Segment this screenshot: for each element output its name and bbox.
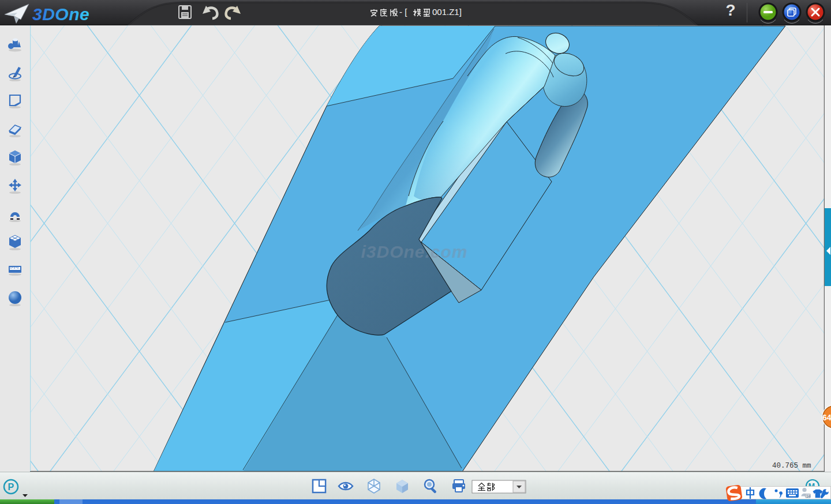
svg-text:14: 14: [806, 494, 811, 498]
svg-text:40.765 mm: 40.765 mm: [772, 462, 811, 470]
svg-text:3DOne: 3DOne: [32, 5, 89, 24]
svg-text:i3DOne.com: i3DOne.com: [361, 242, 467, 261]
svg-text:001.Z1]: 001.Z1]: [432, 7, 462, 17]
svg-text:64: 64: [822, 413, 831, 422]
svg-text:- [: - [: [399, 7, 407, 17]
svg-text:P: P: [8, 482, 14, 492]
